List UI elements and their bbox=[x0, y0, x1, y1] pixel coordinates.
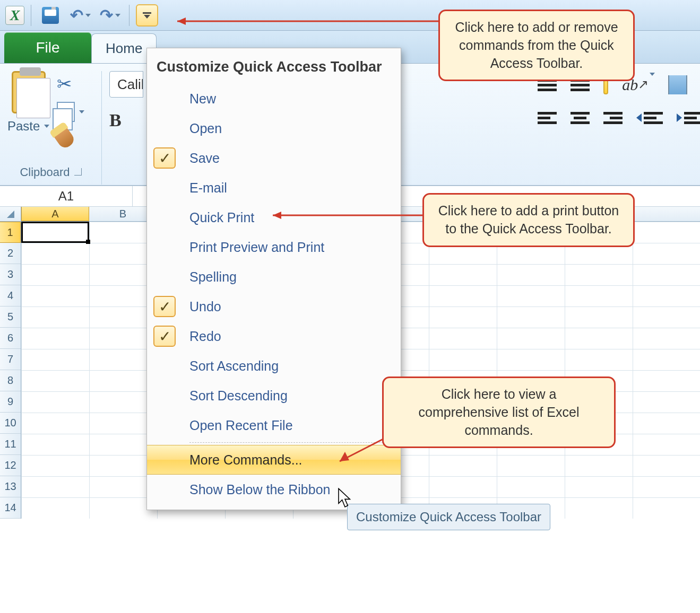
row-header[interactable]: 8 bbox=[0, 370, 21, 391]
cut-button[interactable]: ✂ bbox=[57, 73, 84, 94]
arrow-line bbox=[170, 16, 440, 27]
row-headers: 1 2 3 4 5 6 7 8 9 10 11 12 13 14 bbox=[0, 222, 21, 519]
svg-marker-3 bbox=[273, 212, 281, 219]
menu-item-new[interactable]: New bbox=[147, 84, 401, 113]
row-header[interactable]: 4 bbox=[0, 285, 21, 306]
qat-customize-button[interactable] bbox=[136, 4, 158, 27]
qat-redo-button[interactable]: ↷ bbox=[97, 4, 123, 27]
align-right-button[interactable] bbox=[603, 112, 623, 124]
undo-icon: ↶ bbox=[70, 6, 83, 24]
menu-item-show-below-ribbon[interactable]: Show Below the Ribbon bbox=[147, 475, 401, 504]
row-header[interactable]: 13 bbox=[0, 476, 21, 497]
row-header[interactable]: 10 bbox=[0, 413, 21, 434]
column-header-a[interactable]: A bbox=[21, 207, 89, 221]
checkmark-icon: ✓ bbox=[153, 296, 176, 317]
dialog-launcher-icon[interactable] bbox=[74, 168, 82, 176]
menu-item-sort-desc[interactable]: Sort Descending bbox=[147, 381, 401, 410]
row-header[interactable]: 12 bbox=[0, 455, 21, 476]
menu-item-label: Sort Descending bbox=[189, 388, 288, 404]
row-header[interactable]: 14 bbox=[0, 497, 21, 519]
checkmark-icon: ✓ bbox=[153, 326, 176, 347]
paste-button[interactable]: Paste bbox=[7, 119, 49, 134]
group-label-clipboard: Clipboard bbox=[20, 165, 70, 179]
menu-item-label: Open bbox=[189, 121, 222, 136]
menu-bar-icon bbox=[143, 12, 151, 14]
menu-item-label: More Commands... bbox=[189, 452, 303, 468]
increase-indent-button[interactable] bbox=[677, 112, 700, 124]
row-header[interactable]: 6 bbox=[0, 328, 21, 349]
chevron-down-icon bbox=[115, 14, 120, 17]
format-painter-button[interactable] bbox=[53, 126, 76, 150]
tab-file[interactable]: File bbox=[4, 32, 91, 63]
menu-item-save[interactable]: ✓ Save bbox=[147, 143, 401, 173]
row-header[interactable]: 3 bbox=[0, 264, 21, 285]
row-header[interactable]: 2 bbox=[0, 243, 21, 264]
menu-item-spelling[interactable]: Spelling bbox=[147, 262, 401, 292]
bold-button[interactable]: B bbox=[109, 110, 122, 130]
svg-marker-1 bbox=[177, 17, 186, 25]
save-icon bbox=[42, 7, 59, 24]
group-alignment: ab↗ bbox=[530, 71, 700, 185]
menu-item-label: Open Recent File bbox=[189, 418, 293, 433]
font-name-combo[interactable]: Calib bbox=[109, 71, 143, 98]
row-header[interactable]: 9 bbox=[0, 391, 21, 413]
menu-item-label: Spelling bbox=[189, 269, 237, 285]
menu-item-label: New bbox=[189, 91, 216, 107]
menu-item-label: Print Preview and Print bbox=[189, 240, 324, 255]
separator bbox=[129, 5, 129, 26]
mouse-cursor-icon bbox=[338, 488, 352, 509]
decrease-indent-button[interactable] bbox=[636, 112, 663, 124]
wrap-text-button[interactable] bbox=[668, 75, 687, 94]
chevron-down-icon bbox=[85, 14, 91, 17]
copy-icon bbox=[57, 102, 75, 122]
menu-item-label: E-mail bbox=[189, 180, 227, 196]
row-header[interactable]: 11 bbox=[0, 434, 21, 455]
align-left-button[interactable] bbox=[538, 112, 557, 124]
menu-item-label: Redo bbox=[189, 329, 221, 344]
menu-item-label: Quick Print bbox=[189, 210, 254, 225]
qat-save-button[interactable] bbox=[38, 4, 63, 27]
row-header[interactable]: 1 bbox=[0, 222, 21, 243]
active-cell[interactable] bbox=[21, 222, 89, 243]
menu-item-label: Save bbox=[189, 151, 220, 166]
excel-app-icon[interactable]: X bbox=[5, 6, 24, 25]
callout-top: Click here to add or remove commands fro… bbox=[438, 10, 635, 81]
menu-item-redo[interactable]: ✓ Redo bbox=[147, 321, 401, 351]
menu-item-label: Undo bbox=[189, 299, 221, 314]
chevron-down-icon bbox=[79, 110, 84, 113]
row-header[interactable]: 5 bbox=[0, 306, 21, 328]
menu-item-open[interactable]: Open bbox=[147, 113, 401, 143]
menu-item-sort-asc[interactable]: Sort Ascending bbox=[147, 351, 401, 381]
group-clipboard: Paste ✂ Clipboard bbox=[0, 71, 102, 185]
checkmark-icon: ✓ bbox=[153, 147, 176, 169]
select-all-corner[interactable] bbox=[0, 207, 21, 221]
menu-item-label: Sort Ascending bbox=[189, 358, 279, 374]
callout-bottom: Click here to view a comprehensive list … bbox=[382, 376, 616, 448]
separator bbox=[31, 5, 31, 26]
menu-item-label: Show Below the Ribbon bbox=[189, 482, 330, 497]
chevron-down-icon bbox=[144, 15, 150, 19]
arrow-line bbox=[265, 210, 425, 221]
select-all-icon bbox=[7, 211, 14, 218]
qat-undo-button[interactable]: ↶ bbox=[67, 4, 93, 27]
clipboard-icon bbox=[12, 71, 46, 113]
row-header[interactable]: 7 bbox=[0, 349, 21, 370]
chevron-down-icon bbox=[44, 125, 49, 128]
name-box[interactable]: A1 bbox=[0, 186, 133, 206]
redo-icon: ↷ bbox=[100, 6, 113, 24]
menu-item-undo[interactable]: ✓ Undo bbox=[147, 292, 401, 321]
menu-item-print-preview[interactable]: Print Preview and Print bbox=[147, 232, 401, 262]
copy-button[interactable] bbox=[57, 102, 84, 122]
paste-label: Paste bbox=[7, 119, 40, 134]
menu-item-email[interactable]: E-mail bbox=[147, 173, 401, 203]
align-center-button[interactable] bbox=[571, 112, 590, 124]
menu-title: Customize Quick Access Toolbar bbox=[147, 48, 401, 84]
callout-mid: Click here to add a print button to the … bbox=[422, 193, 635, 247]
tooltip: Customize Quick Access Toolbar bbox=[347, 504, 550, 530]
